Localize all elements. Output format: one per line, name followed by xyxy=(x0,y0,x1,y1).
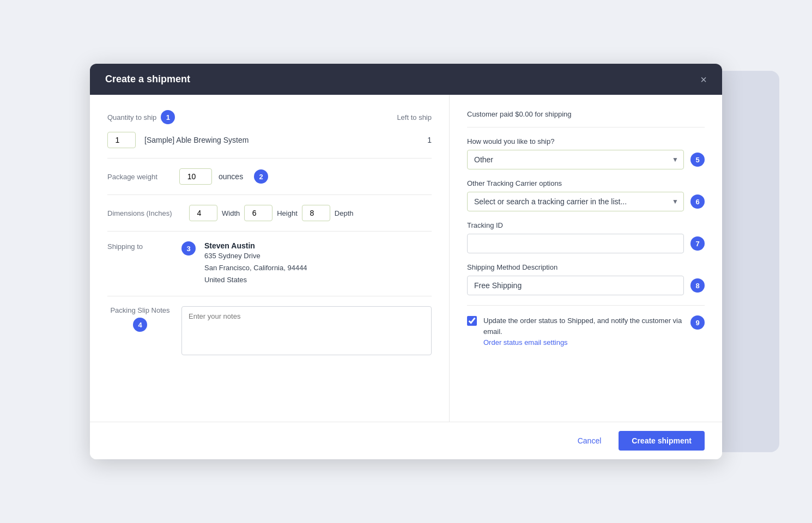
badge-1: 1 xyxy=(161,110,175,124)
divider-2 xyxy=(107,194,432,195)
carrier-select[interactable]: Select or search a tracking carrier in t… xyxy=(467,192,684,211)
shipping-paid-text: Customer paid $0.00 for shipping xyxy=(467,110,705,127)
badge-9: 9 xyxy=(690,315,705,330)
weight-input[interactable] xyxy=(179,168,212,185)
shipping-to-label: Shipping to xyxy=(107,242,173,251)
notify-checkbox-row: Update the order status to Shipped, and … xyxy=(467,305,705,346)
notify-text-block: Update the order status to Shipped, and … xyxy=(483,315,684,346)
shipping-to-row: Shipping to 3 Steven Austin 635 Sydney D… xyxy=(107,241,432,286)
dimensions-row: Dimensions (Inches) Width Height Depth xyxy=(107,205,432,221)
badge-2: 2 xyxy=(254,169,268,184)
notes-label-col: Packing Slip Notes 4 xyxy=(107,306,173,332)
tracking-id-label: Tracking ID xyxy=(467,221,705,229)
modal-body: Quantity to ship 1 Left to ship [Sample]… xyxy=(90,95,722,422)
right-panel: Customer paid $0.00 for shipping How wou… xyxy=(450,95,722,422)
weight-unit: ounces xyxy=(219,172,243,181)
page-background: Create a shipment × Quantity to ship 1 L… xyxy=(0,0,812,523)
badge-7: 7 xyxy=(690,236,705,251)
shipping-method-group: 8 xyxy=(467,276,705,295)
cancel-button[interactable]: Cancel xyxy=(569,432,610,449)
dimensions-label: Dimensions (Inches) xyxy=(107,209,184,217)
left-to-ship-value: 1 xyxy=(427,136,432,144)
ship-method-select[interactable]: Other FedEx UPS USPS DHL xyxy=(467,150,684,169)
quantity-label-group: Quantity to ship 1 xyxy=(107,110,175,124)
height-label: Height xyxy=(277,209,298,217)
badge-6: 6 xyxy=(690,194,705,209)
ship-method-select-wrap: Other FedEx UPS USPS DHL ▼ xyxy=(467,150,684,169)
carrier-label: Other Tracking Carrier options xyxy=(467,179,705,187)
create-shipment-modal: Create a shipment × Quantity to ship 1 L… xyxy=(90,64,722,459)
notify-checkbox[interactable] xyxy=(467,316,477,326)
divider-1 xyxy=(107,158,432,159)
product-name: [Sample] Able Brewing System xyxy=(144,136,249,144)
shipping-method-input[interactable] xyxy=(467,276,684,295)
quantity-section-header: Quantity to ship 1 Left to ship xyxy=(107,110,432,124)
modal-footer: Cancel Create shipment xyxy=(90,422,722,459)
create-shipment-button[interactable]: Create shipment xyxy=(619,431,705,451)
close-button[interactable]: × xyxy=(700,74,707,85)
tracking-id-group: 7 xyxy=(467,234,705,253)
left-panel: Quantity to ship 1 Left to ship [Sample]… xyxy=(90,95,450,422)
modal-header: Create a shipment × xyxy=(90,64,722,95)
badge-8: 8 xyxy=(690,278,705,293)
notes-row: Packing Slip Notes 4 xyxy=(107,306,432,355)
address-line-1: 635 Sydney Drive xyxy=(204,250,307,262)
quantity-row: [Sample] Able Brewing System 1 xyxy=(107,132,432,148)
notify-label[interactable]: Update the order status to Shipped, and … xyxy=(483,317,682,336)
tracking-id-input[interactable] xyxy=(467,234,684,253)
badge-5: 5 xyxy=(690,153,705,167)
ship-method-group: Other FedEx UPS USPS DHL ▼ 5 xyxy=(467,150,705,169)
weight-row: Package weight ounces 2 xyxy=(107,168,432,185)
address-block: Steven Austin 635 Sydney Drive San Franc… xyxy=(204,241,307,286)
width-label: Width xyxy=(222,209,240,217)
carrier-group: Select or search a tracking carrier in t… xyxy=(467,192,705,211)
depth-input[interactable] xyxy=(302,205,330,221)
notify-checkbox-wrap[interactable] xyxy=(467,316,477,328)
packing-slip-label: Packing Slip Notes xyxy=(110,306,169,314)
how-to-ship-label: How would you like to ship? xyxy=(467,137,705,145)
modal-title: Create a shipment xyxy=(105,74,190,85)
badge-3: 3 xyxy=(181,241,196,256)
depth-label: Depth xyxy=(335,209,354,217)
quantity-label: Quantity to ship xyxy=(107,113,156,121)
divider-3 xyxy=(107,231,432,232)
email-settings-link[interactable]: Order status email settings xyxy=(483,338,684,346)
quantity-input[interactable] xyxy=(107,132,136,148)
width-input[interactable] xyxy=(189,205,217,221)
shipping-method-label: Shipping Method Description xyxy=(467,263,705,271)
address-line-2: San Francisco, California, 94444 xyxy=(204,262,307,274)
address-line-3: United States xyxy=(204,274,307,286)
left-to-ship-label: Left to ship xyxy=(397,113,432,121)
dimensions-group: Width Height Depth xyxy=(189,205,354,221)
carrier-select-wrap: Select or search a tracking carrier in t… xyxy=(467,192,684,211)
recipient-name: Steven Austin xyxy=(204,241,307,250)
notes-textarea[interactable] xyxy=(181,306,432,355)
height-input[interactable] xyxy=(244,205,272,221)
badge-4: 4 xyxy=(133,318,147,332)
divider-4 xyxy=(107,296,432,296)
package-weight-label: Package weight xyxy=(107,173,173,181)
